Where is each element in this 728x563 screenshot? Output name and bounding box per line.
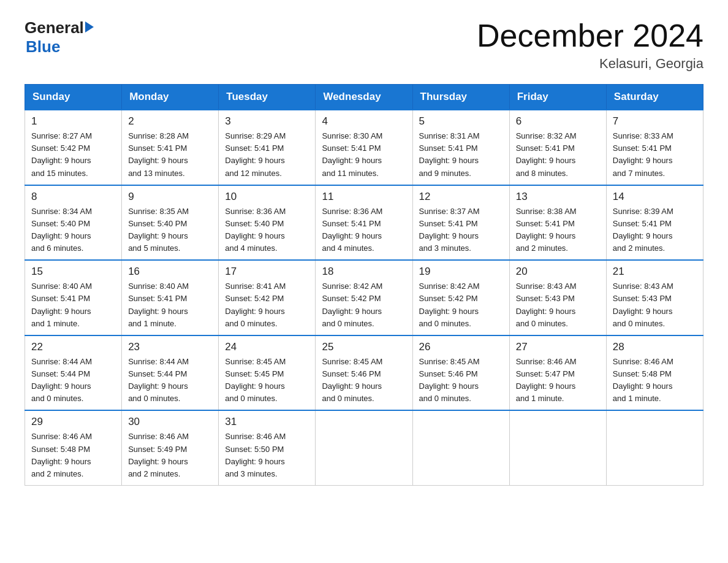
day-info: Sunrise: 8:35 AMSunset: 5:40 PMDaylight:… bbox=[128, 205, 212, 255]
calendar-cell bbox=[509, 410, 606, 485]
day-info: Sunrise: 8:34 AMSunset: 5:40 PMDaylight:… bbox=[31, 205, 115, 255]
calendar-cell: 15Sunrise: 8:40 AMSunset: 5:41 PMDayligh… bbox=[25, 260, 122, 335]
day-info: Sunrise: 8:44 AMSunset: 5:44 PMDaylight:… bbox=[128, 356, 212, 405]
calendar-header-tuesday: Tuesday bbox=[219, 85, 316, 110]
day-number: 12 bbox=[419, 191, 503, 203]
day-info: Sunrise: 8:46 AMSunset: 5:48 PMDaylight:… bbox=[31, 431, 115, 480]
calendar-cell: 23Sunrise: 8:44 AMSunset: 5:44 PMDayligh… bbox=[122, 335, 219, 411]
day-number: 28 bbox=[613, 341, 697, 353]
calendar-cell bbox=[606, 410, 703, 485]
day-number: 17 bbox=[225, 266, 309, 278]
day-number: 19 bbox=[419, 266, 503, 278]
day-number: 7 bbox=[613, 115, 697, 128]
calendar-cell: 5Sunrise: 8:31 AMSunset: 5:41 PMDaylight… bbox=[412, 110, 509, 185]
calendar-cell: 12Sunrise: 8:37 AMSunset: 5:41 PMDayligh… bbox=[412, 185, 509, 261]
day-number: 22 bbox=[31, 341, 115, 353]
day-number: 1 bbox=[31, 115, 115, 128]
calendar-cell bbox=[316, 410, 412, 485]
calendar-week-row: 22Sunrise: 8:44 AMSunset: 5:44 PMDayligh… bbox=[25, 335, 703, 411]
calendar-cell: 22Sunrise: 8:44 AMSunset: 5:44 PMDayligh… bbox=[25, 335, 122, 411]
calendar-cell: 20Sunrise: 8:43 AMSunset: 5:43 PMDayligh… bbox=[509, 260, 606, 335]
day-info: Sunrise: 8:42 AMSunset: 5:42 PMDaylight:… bbox=[322, 280, 406, 330]
day-info: Sunrise: 8:36 AMSunset: 5:41 PMDaylight:… bbox=[322, 205, 406, 255]
logo-general-text: General bbox=[25, 18, 84, 37]
calendar-cell bbox=[412, 410, 509, 485]
calendar-cell: 25Sunrise: 8:45 AMSunset: 5:46 PMDayligh… bbox=[316, 335, 412, 411]
day-info: Sunrise: 8:46 AMSunset: 5:48 PMDaylight:… bbox=[613, 356, 697, 405]
calendar-cell: 6Sunrise: 8:32 AMSunset: 5:41 PMDaylight… bbox=[509, 110, 606, 185]
day-number: 9 bbox=[128, 191, 212, 203]
day-number: 8 bbox=[31, 191, 115, 203]
day-number: 3 bbox=[225, 115, 309, 128]
day-info: Sunrise: 8:40 AMSunset: 5:41 PMDaylight:… bbox=[128, 280, 212, 330]
logo: General Blue bbox=[25, 18, 94, 56]
day-info: Sunrise: 8:44 AMSunset: 5:44 PMDaylight:… bbox=[31, 356, 115, 405]
calendar-week-row: 8Sunrise: 8:34 AMSunset: 5:40 PMDaylight… bbox=[25, 185, 703, 261]
calendar-cell: 14Sunrise: 8:39 AMSunset: 5:41 PMDayligh… bbox=[606, 185, 703, 261]
calendar-header-saturday: Saturday bbox=[606, 85, 703, 110]
day-info: Sunrise: 8:30 AMSunset: 5:41 PMDaylight:… bbox=[322, 130, 406, 180]
day-number: 18 bbox=[322, 266, 406, 278]
calendar-cell: 30Sunrise: 8:46 AMSunset: 5:49 PMDayligh… bbox=[122, 410, 219, 485]
calendar-header-monday: Monday bbox=[122, 85, 219, 110]
calendar-table: SundayMondayTuesdayWednesdayThursdayFrid… bbox=[25, 84, 703, 486]
calendar-cell: 7Sunrise: 8:33 AMSunset: 5:41 PMDaylight… bbox=[606, 110, 703, 185]
day-info: Sunrise: 8:42 AMSunset: 5:42 PMDaylight:… bbox=[419, 280, 503, 330]
day-info: Sunrise: 8:45 AMSunset: 5:46 PMDaylight:… bbox=[419, 356, 503, 405]
day-info: Sunrise: 8:45 AMSunset: 5:46 PMDaylight:… bbox=[322, 356, 406, 405]
day-info: Sunrise: 8:36 AMSunset: 5:40 PMDaylight:… bbox=[225, 205, 309, 255]
calendar-cell: 24Sunrise: 8:45 AMSunset: 5:45 PMDayligh… bbox=[219, 335, 316, 411]
logo-blue-text: Blue bbox=[26, 37, 60, 56]
calendar-cell: 19Sunrise: 8:42 AMSunset: 5:42 PMDayligh… bbox=[412, 260, 509, 335]
calendar-cell: 9Sunrise: 8:35 AMSunset: 5:40 PMDaylight… bbox=[122, 185, 219, 261]
calendar-cell: 16Sunrise: 8:40 AMSunset: 5:41 PMDayligh… bbox=[122, 260, 219, 335]
day-info: Sunrise: 8:32 AMSunset: 5:41 PMDaylight:… bbox=[516, 130, 600, 180]
calendar-cell: 29Sunrise: 8:46 AMSunset: 5:48 PMDayligh… bbox=[25, 410, 122, 485]
calendar-cell: 1Sunrise: 8:27 AMSunset: 5:42 PMDaylight… bbox=[25, 110, 122, 185]
day-info: Sunrise: 8:43 AMSunset: 5:43 PMDaylight:… bbox=[516, 280, 600, 330]
calendar-cell: 2Sunrise: 8:28 AMSunset: 5:41 PMDaylight… bbox=[122, 110, 219, 185]
month-title: December 2024 bbox=[477, 18, 703, 53]
day-number: 2 bbox=[128, 115, 212, 128]
calendar-header-sunday: Sunday bbox=[25, 85, 122, 110]
calendar-cell: 28Sunrise: 8:46 AMSunset: 5:48 PMDayligh… bbox=[606, 335, 703, 411]
day-info: Sunrise: 8:29 AMSunset: 5:41 PMDaylight:… bbox=[225, 130, 309, 180]
day-number: 23 bbox=[128, 341, 212, 353]
calendar-header-thursday: Thursday bbox=[412, 85, 509, 110]
calendar-header-wednesday: Wednesday bbox=[316, 85, 412, 110]
day-number: 20 bbox=[516, 266, 600, 278]
day-number: 6 bbox=[516, 115, 600, 128]
day-number: 11 bbox=[322, 191, 406, 203]
calendar-cell: 18Sunrise: 8:42 AMSunset: 5:42 PMDayligh… bbox=[316, 260, 412, 335]
day-number: 29 bbox=[31, 416, 115, 428]
calendar-week-row: 1Sunrise: 8:27 AMSunset: 5:42 PMDaylight… bbox=[25, 110, 703, 185]
day-number: 25 bbox=[322, 341, 406, 353]
day-number: 30 bbox=[128, 416, 212, 428]
day-info: Sunrise: 8:31 AMSunset: 5:41 PMDaylight:… bbox=[419, 130, 503, 180]
location-title: Kelasuri, Georgia bbox=[477, 56, 703, 72]
day-number: 21 bbox=[613, 266, 697, 278]
title-block: December 2024 Kelasuri, Georgia bbox=[477, 18, 703, 72]
day-number: 27 bbox=[516, 341, 600, 353]
day-info: Sunrise: 8:43 AMSunset: 5:43 PMDaylight:… bbox=[613, 280, 697, 330]
calendar-cell: 13Sunrise: 8:38 AMSunset: 5:41 PMDayligh… bbox=[509, 185, 606, 261]
calendar-header-friday: Friday bbox=[509, 85, 606, 110]
day-info: Sunrise: 8:46 AMSunset: 5:49 PMDaylight:… bbox=[128, 431, 212, 480]
calendar-week-row: 15Sunrise: 8:40 AMSunset: 5:41 PMDayligh… bbox=[25, 260, 703, 335]
day-info: Sunrise: 8:41 AMSunset: 5:42 PMDaylight:… bbox=[225, 280, 309, 330]
day-number: 4 bbox=[322, 115, 406, 128]
calendar-cell: 11Sunrise: 8:36 AMSunset: 5:41 PMDayligh… bbox=[316, 185, 412, 261]
calendar-cell: 10Sunrise: 8:36 AMSunset: 5:40 PMDayligh… bbox=[219, 185, 316, 261]
day-info: Sunrise: 8:39 AMSunset: 5:41 PMDaylight:… bbox=[613, 205, 697, 255]
day-number: 5 bbox=[419, 115, 503, 128]
day-number: 14 bbox=[613, 191, 697, 203]
day-info: Sunrise: 8:45 AMSunset: 5:45 PMDaylight:… bbox=[225, 356, 309, 405]
calendar-cell: 17Sunrise: 8:41 AMSunset: 5:42 PMDayligh… bbox=[219, 260, 316, 335]
day-number: 24 bbox=[225, 341, 309, 353]
calendar-cell: 8Sunrise: 8:34 AMSunset: 5:40 PMDaylight… bbox=[25, 185, 122, 261]
calendar-header-row: SundayMondayTuesdayWednesdayThursdayFrid… bbox=[25, 85, 703, 110]
day-number: 15 bbox=[31, 266, 115, 278]
day-info: Sunrise: 8:37 AMSunset: 5:41 PMDaylight:… bbox=[419, 205, 503, 255]
calendar-cell: 4Sunrise: 8:30 AMSunset: 5:41 PMDaylight… bbox=[316, 110, 412, 185]
calendar-cell: 26Sunrise: 8:45 AMSunset: 5:46 PMDayligh… bbox=[412, 335, 509, 411]
